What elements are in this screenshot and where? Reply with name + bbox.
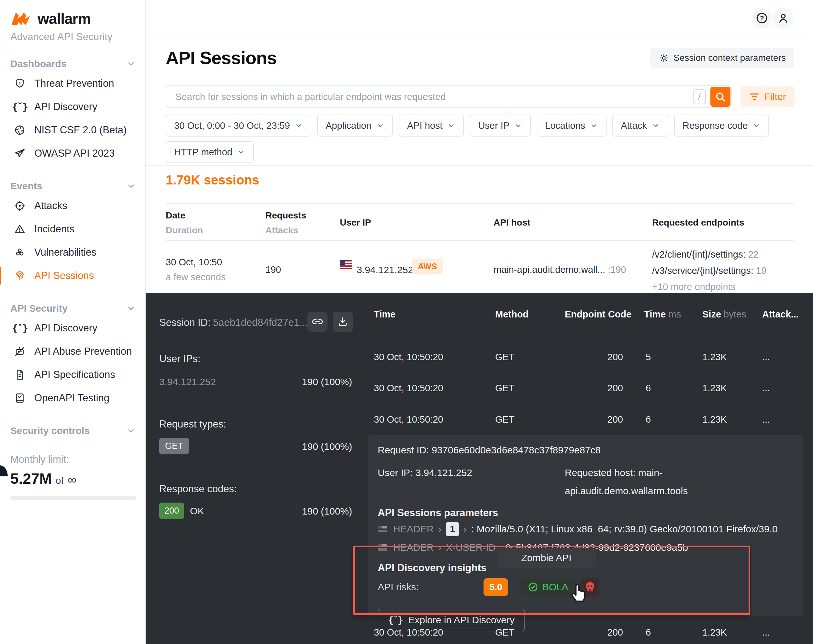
- sidebar-item-api-specifications[interactable]: API Specifications: [10, 363, 136, 386]
- col-header-time-ms[interactable]: Time ms: [644, 309, 681, 320]
- sidebar-item-api-sessions[interactable]: API Sessions: [10, 264, 136, 287]
- param-separator: ›: [438, 542, 442, 553]
- filter-chip-api-host[interactable]: API host: [399, 115, 464, 136]
- sidebar-section-events[interactable]: Events: [10, 178, 136, 194]
- user-ips-label: User IPs:: [159, 353, 200, 365]
- filter-icon: [749, 91, 760, 102]
- more-endpoints-link[interactable]: +10 more endpoints: [652, 282, 735, 292]
- req-attack: ...: [762, 383, 770, 394]
- filter-chip-http-method[interactable]: HTTP method: [166, 141, 254, 163]
- search-button[interactable]: [710, 87, 730, 107]
- biohazard-icon: [14, 246, 26, 259]
- get-method-badge: GET: [159, 438, 189, 454]
- sidebar-item-api-discovery-2[interactable]: {ˇ} API Discovery: [10, 316, 136, 340]
- download-icon: [337, 316, 348, 327]
- filter-chip-attack[interactable]: Attack: [612, 115, 668, 136]
- sidebar-section-api-security[interactable]: API Security: [10, 300, 136, 316]
- sidebar-item-api-abuse-prevention[interactable]: API Abuse Prevention: [10, 340, 136, 363]
- col-header-api-host[interactable]: API host: [494, 218, 531, 228]
- col-header-date[interactable]: Date: [166, 210, 186, 221]
- sidebar-item-nist-csf[interactable]: NIST CSF 2.0 (Beta): [10, 118, 136, 142]
- session-parameter-row: HEADER › 1 › : Mozilla/5.0 (X11; Linux x…: [378, 522, 778, 536]
- sessions-count: 1.79K sessions: [166, 173, 259, 187]
- req-method: GET: [495, 383, 515, 394]
- chevron-down-icon: [126, 426, 136, 435]
- target-icon: [14, 200, 26, 212]
- param-value: : Mozilla/5.0 (X11; Linux x86_64; rv:39.…: [471, 524, 778, 535]
- brand-logo[interactable]: wallarm: [10, 10, 136, 28]
- shield-bolt-icon: [14, 77, 26, 90]
- sidebar-item-label: API Discovery: [34, 322, 97, 334]
- response-codes-label: Response codes:: [159, 483, 237, 495]
- copy-link-button[interactable]: [307, 312, 328, 332]
- sidebar-item-label: API Specifications: [34, 369, 115, 380]
- cursor-pointer-hand: [566, 578, 591, 606]
- req-code: 200: [565, 627, 623, 638]
- filter-chips-row-2: HTTP method: [166, 141, 254, 163]
- user-menu-button[interactable]: [773, 8, 794, 29]
- sidebar-item-vulnerabilities[interactable]: Vulnerabilities: [10, 241, 136, 264]
- book-check-icon: [14, 392, 26, 404]
- req-code: 200: [565, 383, 623, 394]
- sidebar-item-threat-prevention[interactable]: Threat Prevention: [10, 72, 136, 95]
- panel-user-ip: 3.94.121.252: [159, 376, 216, 387]
- param-separator: ›: [463, 524, 467, 535]
- sidebar-item-label: OWASP API 2023: [34, 147, 115, 159]
- col-header-attacks[interactable]: Attacks: [265, 225, 298, 236]
- col-header-attack[interactable]: Attack...: [762, 309, 799, 320]
- col-header-user-ip[interactable]: User IP: [340, 218, 371, 228]
- sidebar-item-api-discovery[interactable]: {ˇ} API Discovery: [10, 95, 136, 118]
- gear-icon: [659, 53, 669, 63]
- search-input[interactable]: [166, 92, 693, 102]
- chip-label: 30 Oct, 0:00 - 30 Oct, 23:59: [174, 120, 290, 131]
- col-header-endpoints[interactable]: Requested endpoints: [652, 218, 744, 228]
- paper-plane-icon: [14, 147, 26, 159]
- aws-badge: AWS: [412, 259, 443, 274]
- col-header-duration[interactable]: Duration: [166, 225, 203, 236]
- col-header-method[interactable]: Method: [495, 309, 529, 320]
- chevron-down-icon: [652, 121, 660, 130]
- sidebar-item-label: Incidents: [34, 223, 74, 235]
- filter-chip-user-ip[interactable]: User IP: [469, 115, 531, 136]
- braces-check-icon: {ˇ}: [388, 615, 403, 626]
- wallarm-logo-icon: [10, 11, 32, 26]
- param-source: HEADER: [393, 524, 434, 535]
- chevron-down-icon: [237, 148, 245, 156]
- sidebar-section-security-controls[interactable]: Security controls: [10, 423, 136, 439]
- filter-chip-locations[interactable]: Locations: [537, 115, 606, 136]
- filter-chip-application[interactable]: Application: [317, 115, 393, 136]
- sidebar-item-openapi-testing[interactable]: OpenAPI Testing: [10, 386, 136, 410]
- session-context-parameters-button[interactable]: Session context parameters: [650, 48, 794, 68]
- col-header-size[interactable]: Size bytes: [702, 309, 746, 320]
- sidebar-item-attacks[interactable]: Attacks: [10, 194, 136, 218]
- topbar: [146, 0, 813, 36]
- risk-score-badge: 5.0: [483, 578, 508, 596]
- col-header-time[interactable]: Time: [374, 309, 396, 320]
- time-ms-label: Time: [644, 309, 666, 319]
- sidebar-item-owasp-api[interactable]: OWASP API 2023: [10, 142, 136, 165]
- req-time: 30 Oct, 10:50:20: [374, 383, 443, 394]
- sidebar-item-label: Attacks: [34, 200, 67, 212]
- api-sessions-parameters-title: API Sessions parameters: [378, 504, 498, 522]
- filter-chip-date-range[interactable]: 30 Oct, 0:00 - 30 Oct, 23:59: [166, 115, 311, 136]
- sidebar-section-dashboards[interactable]: Dashboards: [10, 56, 136, 72]
- endpoint-line-2: /v3/service/{int}/settings: 19: [652, 265, 766, 276]
- filter-button[interactable]: Filter: [741, 86, 795, 107]
- response-code-text: OK: [190, 506, 204, 517]
- sidebar-section-label: Events: [10, 181, 42, 192]
- param-separator: ›: [438, 524, 442, 535]
- req-ms: 6: [646, 383, 651, 394]
- bytes-unit: bytes: [724, 309, 746, 319]
- help-button[interactable]: [752, 8, 772, 29]
- sidebar-item-label: API Abuse Prevention: [34, 346, 132, 357]
- filter-chip-response-code[interactable]: Response code: [674, 115, 769, 136]
- session-api-host: main-api.audit.demo.wall... :190: [494, 264, 626, 275]
- download-button[interactable]: [333, 312, 353, 332]
- col-header-requests[interactable]: Requests: [265, 210, 306, 221]
- col-header-endpoint-code[interactable]: Endpoint Code: [565, 309, 632, 320]
- endpoint-line-1: /v2/client/{int}/settings: 22: [652, 249, 759, 260]
- sidebar-section-label: Dashboards: [10, 58, 66, 69]
- page-header: API Sessions Session context parameters: [146, 36, 813, 79]
- sidebar-item-incidents[interactable]: Incidents: [10, 218, 136, 241]
- api-host-count: :190: [608, 264, 626, 275]
